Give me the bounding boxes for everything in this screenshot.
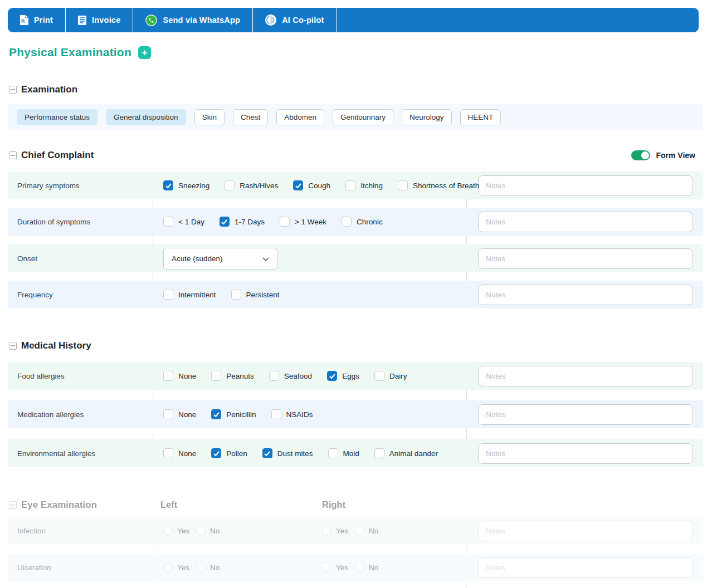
checkbox[interactable] [163,180,173,190]
checkbox[interactable] [374,371,384,381]
checkbox[interactable] [163,371,173,381]
chief-complaint-header-row: Chief Complaint Form View [9,150,695,161]
notes-input[interactable] [478,404,693,425]
checkbox[interactable] [211,409,221,419]
checkbox[interactable] [231,290,241,300]
notes-input[interactable] [478,248,693,269]
radio-option-no[interactable]: No [355,526,378,536]
checkbox-option-nsaids[interactable]: NSAIDs [271,409,313,419]
checkbox-option-chronic[interactable]: Chronic [342,217,383,227]
print-button[interactable]: R Print [8,8,66,32]
radio-button[interactable] [322,563,331,572]
checkbox-option-lt-1-day[interactable]: < 1 Day [163,217,204,227]
checkbox-option-dust-mites[interactable]: Dust mites [262,448,313,458]
checkbox[interactable] [374,448,384,458]
notes-input[interactable] [478,443,693,464]
checkbox-option-cough[interactable]: Cough [293,180,330,190]
collapse-icon[interactable] [9,86,17,94]
checkbox[interactable] [163,448,173,458]
row-label: Primary symptoms [8,182,153,190]
checkbox-option-sneezing[interactable]: Sneezing [163,180,209,190]
notes-input[interactable] [478,557,693,578]
ai-copilot-button[interactable]: AI Co-pilot [253,8,337,32]
checkbox-option-mold[interactable]: Mold [328,448,359,458]
checkbox-option-animal-dander[interactable]: Animal dander [374,448,438,458]
checkbox-option-penicillin[interactable]: Penicillin [211,409,256,419]
option-label: Shortness of Breath [413,182,479,190]
send-whatsapp-button[interactable]: Send via WhatsApp [133,8,253,32]
chip-heent[interactable]: HEENT [460,109,501,125]
chip-chest[interactable]: Chest [233,109,268,125]
checkbox-option-persistent[interactable]: Persistent [231,290,280,300]
radio-option-no[interactable]: No [196,563,220,572]
checkbox-option-itching[interactable]: Itching [345,180,383,190]
checkbox-option-intermittent[interactable]: Intermittent [163,290,216,300]
radio-option-yes[interactable]: Yes [163,526,189,536]
chip-performance-status[interactable]: Performance status [17,109,97,125]
collapse-icon[interactable] [9,342,17,350]
radio-button[interactable] [355,563,364,572]
checkbox[interactable] [398,180,408,190]
notes-input[interactable] [478,285,693,305]
checkbox-option-pollen[interactable]: Pollen [211,448,247,458]
radio-button[interactable] [196,526,206,536]
form-view-toggle[interactable] [631,150,650,160]
checkbox[interactable] [342,217,352,227]
checkbox[interactable] [269,371,279,381]
collapse-icon[interactable] [9,151,17,159]
radio-option-no[interactable]: No [196,526,220,536]
checkbox[interactable] [328,448,338,458]
radio-option-yes[interactable]: Yes [322,526,348,536]
checkbox[interactable] [163,409,173,419]
chip-abdomen[interactable]: Abdomen [276,109,324,125]
checkbox[interactable] [345,180,355,190]
radio-button[interactable] [355,526,364,536]
notes-input[interactable] [478,521,693,541]
page-title: Physical Examination [9,46,131,59]
checkbox[interactable] [271,409,281,419]
checkbox-option-gt-1-week[interactable]: > 1 Week [280,217,326,227]
notes-cell [466,171,703,199]
chip-neurology[interactable]: Neurology [402,109,452,125]
checkbox[interactable] [225,180,235,190]
radio-button[interactable] [163,526,173,536]
checkbox[interactable] [293,180,303,190]
checkbox[interactable] [327,371,337,381]
invoice-button[interactable]: Invoice [66,8,133,32]
chip-genitourinary[interactable]: Genitourinary [333,109,393,125]
checkbox[interactable] [211,371,221,381]
checkbox[interactable] [280,217,290,227]
add-section-button[interactable]: + [138,46,151,59]
checkbox-option-eggs[interactable]: Eggs [327,371,359,381]
eye-examination-section: Eye Examination Left Right Infection Yes… [8,498,703,588]
checkbox[interactable] [163,217,173,227]
notes-input[interactable] [478,366,693,386]
notes-input[interactable] [478,212,693,232]
radio-button[interactable] [196,563,206,572]
checkbox-option-none[interactable]: None [163,371,196,381]
notes-input[interactable] [478,175,693,196]
chip-skin[interactable]: Skin [194,109,225,125]
radio-option-yes[interactable]: Yes [322,563,348,572]
checkbox[interactable] [220,217,230,227]
option-label: Dairy [389,372,407,380]
radio-option-no[interactable]: No [355,563,378,572]
checkbox[interactable] [262,448,272,458]
checkbox[interactable] [211,448,221,458]
checkbox-option-seafood[interactable]: Seafood [269,371,312,381]
radio-button[interactable] [163,563,173,572]
radio-button[interactable] [322,526,331,536]
checkbox-option-shortness-of-breath[interactable]: Shortness of Breath [398,180,479,190]
radio-option-yes[interactable]: Yes [163,563,189,572]
checkbox[interactable] [163,290,173,300]
onset-select[interactable]: Acute (sudden) [163,248,277,270]
checkbox-option-1-7-days[interactable]: 1-7 Days [220,217,265,227]
checkbox-option-dairy[interactable]: Dairy [374,371,407,381]
checkbox-option-peanuts[interactable]: Peanuts [211,371,254,381]
collapse-icon[interactable] [9,501,17,509]
checkbox-option-none[interactable]: None [163,409,196,419]
checkbox-option-rash-hives[interactable]: Rash/Hives [225,180,278,190]
chip-general-disposition[interactable]: General disposition [106,109,186,125]
row-environmental-allergies: Environmental allergies None Pollen Dust… [8,439,703,467]
checkbox-option-none[interactable]: None [163,448,196,458]
